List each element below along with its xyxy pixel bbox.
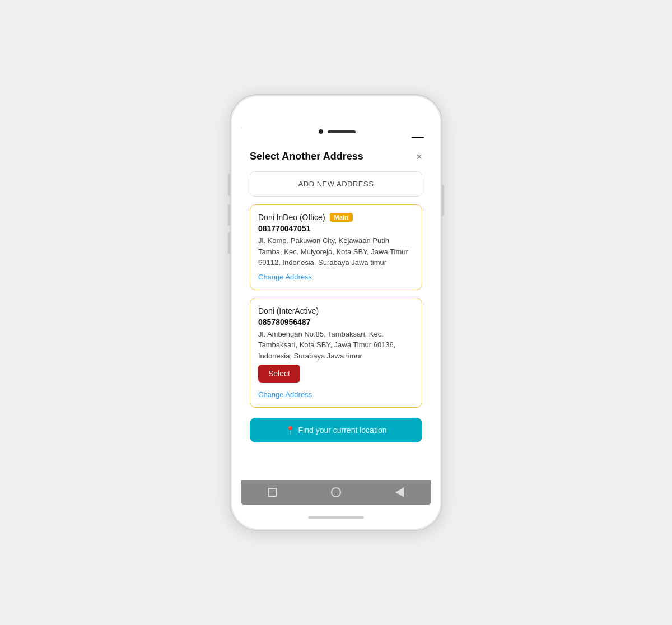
address-phone-1: 081770047051 — [258, 224, 414, 233]
modal-container: Select Another Address × ADD NEW ADDRESS… — [241, 142, 431, 480]
address-detail-2: Jl. Ambengan No.85, Tambaksari, Kec. Tam… — [258, 329, 414, 362]
address-card-2: Doni (InterActive) 085780956487 Jl. Ambe… — [250, 298, 422, 408]
find-location-label: Find your current location — [298, 426, 387, 435]
app-content: Select Another Address × ADD NEW ADDRESS… — [241, 142, 431, 480]
close-button[interactable]: × — [416, 152, 422, 162]
address-card-header-1: Doni InDeo (Office) Main — [258, 213, 414, 222]
address-phone-2: 085780956487 — [258, 318, 414, 327]
modal-title: Select Another Address — [250, 151, 363, 162]
address-card-1: Doni InDeo (Office) Main 081770047051 Jl… — [250, 204, 422, 290]
modal-header: Select Another Address × — [250, 151, 422, 162]
phone-device: 16:17 ··· 🔕 ⏰ ▂▄▆█ ▲ 30 Select Another A… — [230, 94, 442, 531]
bottom-navigation — [241, 480, 431, 505]
address-name-2: Doni (InterActive) — [258, 306, 319, 315]
phone-bottom — [308, 505, 364, 530]
change-address-link-2[interactable]: Change Address — [258, 390, 312, 399]
location-pin-icon: 📍 — [286, 426, 295, 435]
main-badge-1: Main — [330, 213, 353, 222]
find-location-button[interactable]: 📍 Find your current location — [250, 418, 422, 442]
add-new-address-button[interactable]: ADD NEW ADDRESS — [250, 171, 422, 197]
change-address-link-1[interactable]: Change Address — [258, 273, 312, 281]
phone-notch — [242, 126, 432, 137]
volume-up-button[interactable] — [228, 204, 230, 226]
speaker-bar — [328, 130, 356, 133]
address-detail-1: Jl. Komp. Pakuwon City, Kejawaan Putih T… — [258, 235, 414, 268]
address-name-1: Doni InDeo (Office) — [258, 213, 325, 222]
address-card-header-2: Doni (InterActive) — [258, 306, 414, 315]
camera-dot — [319, 129, 323, 134]
volume-down-button[interactable] — [228, 232, 230, 254]
nav-back-button[interactable] — [395, 487, 404, 497]
phone-screen: 16:17 ··· 🔕 ⏰ ▂▄▆█ ▲ 30 Select Another A… — [241, 126, 431, 505]
nav-home-button[interactable] — [331, 487, 341, 497]
home-indicator — [308, 516, 364, 519]
select-address-button[interactable]: Select — [258, 365, 300, 383]
nav-square-button[interactable] — [268, 488, 277, 497]
